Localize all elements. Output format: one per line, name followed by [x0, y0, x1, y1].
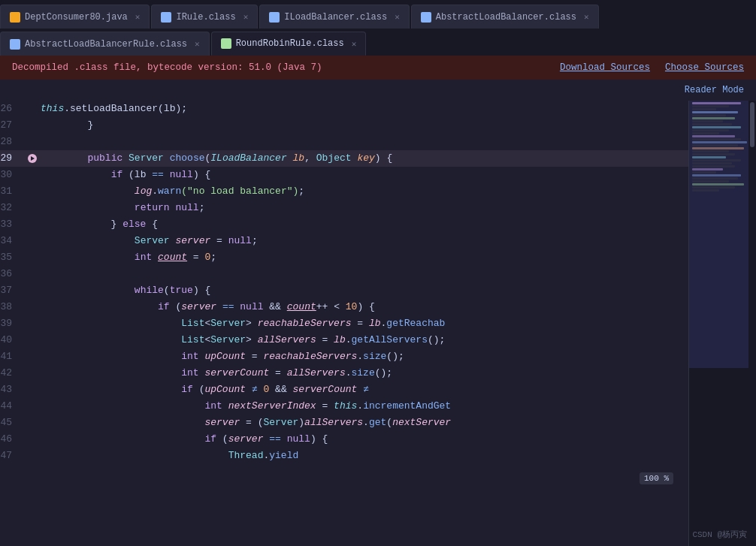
mini-line: [692, 120, 723, 122]
mini-line: [692, 159, 741, 161]
watermark: CSDN @杨丙寅: [692, 529, 747, 540]
mini-line: [692, 114, 726, 116]
code-content: } else {: [41, 216, 688, 233]
line-number: 29: [0, 150, 24, 167]
banner-text: Decompiled .class file, bytecode version…: [12, 62, 322, 73]
mini-line: [692, 165, 735, 167]
line-number: 27: [0, 117, 24, 134]
count-variable-2: count: [287, 301, 316, 312]
code-content: if (server == null) {: [41, 431, 688, 448]
count-variable: count: [158, 252, 187, 263]
choose-sources-link[interactable]: Choose Sources: [665, 62, 744, 73]
tab-bar-row1: DeptConsumer80.java ✕ IRule.class ✕ ILoa…: [0, 0, 756, 29]
mini-line: [692, 144, 738, 146]
scrollbar-track[interactable]: [748, 101, 756, 546]
code-content: log.warn("no load balancer");: [41, 183, 688, 200]
line-number: 38: [0, 299, 24, 315]
tab-abstractloadbalancerrule[interactable]: AbstractLoadBalancerRule.class ✕: [0, 32, 210, 56]
line-number: 31: [0, 183, 24, 200]
mini-line: [692, 126, 741, 128]
mini-line: [692, 117, 735, 119]
line-number: 40: [0, 332, 24, 348]
reader-mode-bar: Reader Mode: [0, 80, 756, 101]
indicator-cell: [24, 167, 41, 183]
tab-close-icon[interactable]: ✕: [395, 12, 400, 22]
line-number: 44: [0, 398, 24, 415]
minimap-content: [689, 101, 756, 546]
mini-line: [692, 174, 741, 176]
code-content: return null;: [41, 200, 688, 216]
indicator-cell: [24, 216, 41, 233]
mini-line: [692, 111, 738, 113]
mini-line: [692, 162, 732, 164]
line-number: 28: [0, 134, 24, 150]
tab-abstractloadbalancer[interactable]: AbstractLoadBalancer.class ✕: [411, 5, 599, 29]
tab-close-icon[interactable]: ✕: [243, 12, 249, 22]
mini-line: [692, 123, 732, 125]
line-number: 46: [0, 431, 24, 448]
code-content: List<Server> allServers = lb.getAllServe…: [41, 332, 688, 348]
download-sources-link[interactable]: Download Sources: [560, 62, 650, 73]
table-row: 31 log.warn("no load balancer");: [0, 183, 688, 200]
line-number: 30: [0, 167, 24, 183]
line-number: 42: [0, 365, 24, 382]
code-content: while(true) {: [41, 282, 688, 299]
table-row: 33 } else {: [0, 216, 688, 233]
line-number: 36: [0, 266, 24, 282]
code-content: if (upCount ≠ 0 && serverCount ≠: [41, 382, 688, 398]
mini-line: [692, 153, 735, 155]
mini-line: [692, 171, 716, 173]
mini-line: [692, 129, 729, 131]
indicator-cell: [24, 332, 41, 348]
table-row: 32 return null;: [0, 200, 688, 216]
indicator-cell: [24, 365, 41, 382]
indicator-cell: [24, 299, 41, 315]
tab-iloadbalancer[interactable]: ILoadBalancer.class ✕: [259, 5, 409, 29]
tab-label: ILoadBalancer.class: [284, 12, 387, 23]
mini-line: [692, 186, 735, 189]
code-content: List<Server> reachableServers = lb.getRe…: [41, 315, 688, 332]
scrollbar-thumb[interactable]: [750, 102, 754, 147]
class-icon: [269, 12, 280, 23]
mini-line: [692, 108, 716, 110]
indicator-cell: [24, 431, 41, 448]
code-content: Thread.yield: [41, 448, 688, 464]
mini-line: [692, 168, 723, 170]
tab-label: IRule.class: [176, 12, 235, 23]
class-icon: [10, 39, 20, 50]
reader-mode-button[interactable]: Reader Mode: [685, 85, 744, 95]
line-number: 33: [0, 216, 24, 233]
tab-close-icon[interactable]: ✕: [195, 39, 200, 49]
table-row: 28: [0, 134, 688, 150]
table-row: 26 this.setLoadBalancer(lb);: [0, 101, 688, 117]
code-content: [41, 266, 688, 282]
minimap: [688, 101, 756, 546]
tab-close-icon[interactable]: ✕: [584, 12, 589, 22]
code-content: }: [41, 117, 688, 134]
tab-deptconsumer[interactable]: DeptConsumer80.java ✕: [0, 5, 150, 29]
class-icon: [421, 12, 431, 23]
tab-irule[interactable]: IRule.class ✕: [151, 5, 258, 29]
class-icon: [161, 12, 171, 23]
code-pane: 26 this.setLoadBalancer(lb); 27 } 28 29: [0, 101, 688, 546]
table-row: 41 int upCount = reachableServers.size()…: [0, 348, 688, 365]
mini-line: [692, 150, 729, 152]
code-content: this.setLoadBalancer(lb);: [41, 101, 688, 117]
tab-close-icon[interactable]: ✕: [352, 39, 357, 49]
indicator-cell: [24, 117, 41, 134]
code-content: int serverCount = allServers.size();: [41, 365, 688, 382]
code-content: [41, 134, 688, 150]
indicator-cell: [24, 150, 41, 167]
mini-line: [692, 156, 726, 158]
line-number: 34: [0, 233, 24, 249]
zoom-badge: 100 %: [640, 472, 673, 484]
line-number: 35: [0, 249, 24, 266]
tab-label: AbstractLoadBalancer.class: [436, 12, 576, 23]
tab-roundrobinrule[interactable]: RoundRobinRule.class ✕: [211, 32, 367, 56]
tab-close-icon[interactable]: ✕: [135, 12, 141, 22]
debug-arrow-icon: [26, 152, 38, 164]
line-number: 47: [0, 448, 24, 464]
indicator-cell: [24, 266, 41, 282]
table-row: 40 List<Server> allServers = lb.getAllSe…: [0, 332, 688, 348]
tab-label: RoundRobinRule.class: [236, 38, 344, 49]
